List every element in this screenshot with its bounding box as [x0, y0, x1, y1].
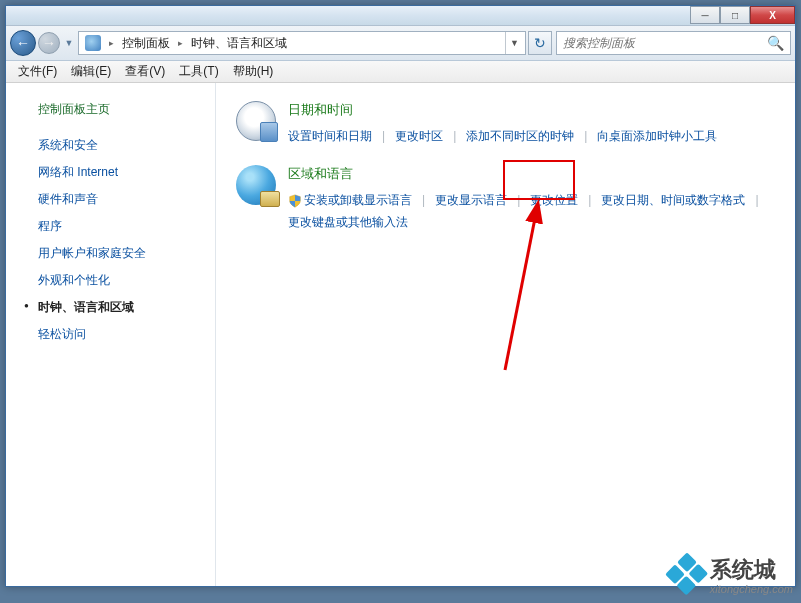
search-input[interactable] [563, 36, 767, 50]
breadcrumb-arrow-icon: ▸ [174, 38, 187, 48]
separator: | [412, 189, 435, 211]
sidebar-item-user-accounts[interactable]: 用户帐户和家庭安全 [6, 240, 215, 267]
breadcrumb-item[interactable]: 控制面板 [118, 35, 174, 52]
sidebar-item-hardware-sound[interactable]: 硬件和声音 [6, 186, 215, 213]
menu-bar: 文件(F) 编辑(E) 查看(V) 工具(T) 帮助(H) [6, 61, 795, 83]
body-area: 控制面板主页 系统和安全 网络和 Internet 硬件和声音 程序 用户帐户和… [6, 83, 795, 586]
maximize-button[interactable]: □ [720, 6, 750, 24]
watermark-url: xitongcheng.com [710, 583, 793, 595]
navigation-bar: ← → ▼ ▸ 控制面板 ▸ 时钟、语言和区域 ▼ ↻ 🔍 [6, 26, 795, 61]
separator: | [372, 125, 395, 147]
category-region-language: 区域和语言 安装或卸载显示语言 | 更改显示语言 | 更改位置 | 更改日期、时… [236, 165, 775, 233]
link-install-display-language[interactable]: 安装或卸载显示语言 [304, 189, 412, 211]
category-region-title[interactable]: 区域和语言 [288, 165, 775, 183]
shield-icon [288, 193, 302, 207]
clock-icon [236, 101, 276, 141]
menu-help[interactable]: 帮助(H) [227, 61, 280, 82]
sidebar: 控制面板主页 系统和安全 网络和 Internet 硬件和声音 程序 用户帐户和… [6, 83, 216, 586]
search-box[interactable]: 🔍 [556, 31, 791, 55]
titlebar: ─ □ X [6, 6, 795, 26]
control-panel-icon [85, 35, 101, 51]
sidebar-item-network[interactable]: 网络和 Internet [6, 159, 215, 186]
link-change-timezone[interactable]: 更改时区 [395, 125, 443, 147]
separator: | [574, 125, 597, 147]
separator: | [578, 189, 601, 211]
breadcrumb-arrow-icon: ▸ [105, 38, 118, 48]
link-change-date-number-format[interactable]: 更改日期、时间或数字格式 [601, 189, 745, 211]
watermark-brand: 系统城 [710, 555, 793, 585]
nav-history-dropdown[interactable]: ▼ [62, 30, 76, 56]
sidebar-home-link[interactable]: 控制面板主页 [6, 101, 215, 132]
menu-file[interactable]: 文件(F) [12, 61, 63, 82]
link-set-time-date[interactable]: 设置时间和日期 [288, 125, 372, 147]
watermark-logo-icon [663, 551, 711, 599]
forward-button[interactable]: → [38, 32, 60, 54]
content-pane: 日期和时间 设置时间和日期 | 更改时区 | 添加不同时区的时钟 | 向桌面添加… [216, 83, 795, 586]
menu-view[interactable]: 查看(V) [119, 61, 171, 82]
refresh-button[interactable]: ↻ [528, 31, 552, 55]
link-add-clocks[interactable]: 添加不同时区的时钟 [466, 125, 574, 147]
sidebar-item-clock-language-region[interactable]: 时钟、语言和区域 [6, 294, 215, 321]
sidebar-item-ease-of-access[interactable]: 轻松访问 [6, 321, 215, 348]
sidebar-item-system-security[interactable]: 系统和安全 [6, 132, 215, 159]
sidebar-item-appearance[interactable]: 外观和个性化 [6, 267, 215, 294]
search-icon: 🔍 [767, 35, 784, 51]
breadcrumb-item[interactable]: 时钟、语言和区域 [187, 35, 291, 52]
sidebar-item-programs[interactable]: 程序 [6, 213, 215, 240]
minimize-button[interactable]: ─ [690, 6, 720, 24]
control-panel-window: ─ □ X ← → ▼ ▸ 控制面板 ▸ 时钟、语言和区域 ▼ ↻ 🔍 文件(F… [5, 5, 796, 587]
link-desktop-clock-gadget[interactable]: 向桌面添加时钟小工具 [597, 125, 717, 147]
link-change-location[interactable]: 更改位置 [530, 189, 578, 211]
separator: | [507, 189, 530, 211]
link-change-display-language[interactable]: 更改显示语言 [435, 189, 507, 211]
address-bar[interactable]: ▸ 控制面板 ▸ 时钟、语言和区域 ▼ [78, 31, 526, 55]
category-datetime-title[interactable]: 日期和时间 [288, 101, 775, 119]
separator: | [745, 189, 768, 211]
close-button[interactable]: X [750, 6, 795, 24]
menu-edit[interactable]: 编辑(E) [65, 61, 117, 82]
back-button[interactable]: ← [10, 30, 36, 56]
category-datetime: 日期和时间 设置时间和日期 | 更改时区 | 添加不同时区的时钟 | 向桌面添加… [236, 101, 775, 147]
address-dropdown[interactable]: ▼ [505, 32, 523, 54]
separator: | [443, 125, 466, 147]
menu-tools[interactable]: 工具(T) [173, 61, 224, 82]
watermark: 系统城 xitongcheng.com [670, 555, 793, 595]
globe-icon [236, 165, 276, 205]
link-change-keyboard-input[interactable]: 更改键盘或其他输入法 [288, 211, 408, 233]
